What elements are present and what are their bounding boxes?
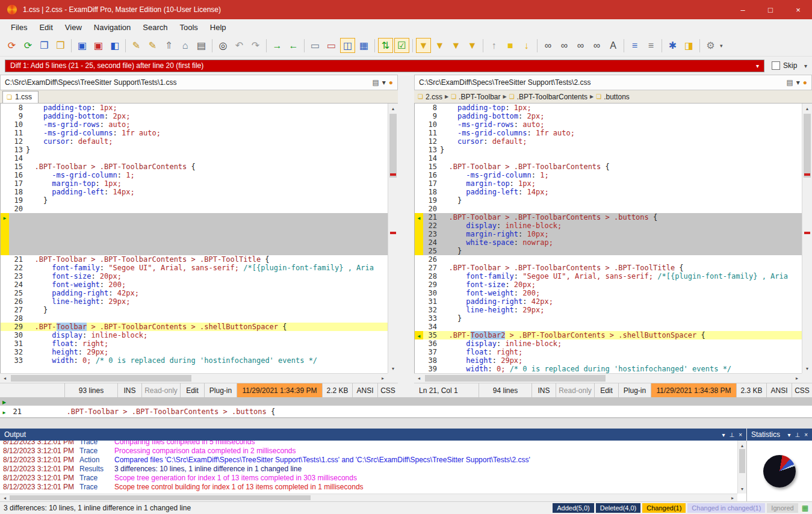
prev-mismatch-icon[interactable]: ← — [286, 38, 301, 53]
status-cell-2-2-kb[interactable]: 2.2 KB — [322, 383, 352, 397]
close-icon[interactable]: × — [804, 432, 808, 438]
output-log-row[interactable]: 8/12/2023 3:12:01 PMTraceProcessing comp… — [0, 447, 737, 456]
plugins-icon[interactable]: ✱ — [665, 38, 680, 53]
code-line-left-30[interactable]: 30 display: inline-block; — [1, 331, 397, 339]
status-cell-93-lines[interactable]: 93 lines — [64, 383, 117, 397]
code-line-left-15[interactable]: 15 .BPT-Toolbar > .BPT-ToolbarContents { — [1, 163, 397, 171]
open-file-pair-icon[interactable]: ❒ — [53, 38, 68, 53]
status-cell-edit[interactable]: Edit — [594, 383, 618, 397]
status-cell-ins[interactable]: INS — [117, 383, 141, 397]
export-diff-icon[interactable]: ⇑ — [161, 38, 176, 53]
badge-ignored[interactable]: Ignored — [767, 503, 798, 513]
find-prev-second-icon[interactable]: ∞ — [573, 38, 588, 53]
statistics-report-icon[interactable]: ≡ — [627, 38, 642, 53]
filter-deleted-icon[interactable]: ▼ — [448, 38, 463, 53]
find-next-first-icon[interactable]: ∞ — [557, 38, 572, 53]
save-second-file-icon[interactable]: ▣ — [91, 38, 106, 53]
plugin-options-icon[interactable]: ◨ — [681, 38, 696, 53]
code-line-left-33[interactable]: 33 width: 0; /* 0 is replaced during 'ho… — [1, 356, 397, 365]
code-line-right-28[interactable]: 28 font-family: "Segoe UI", Arial, sans-… — [415, 272, 811, 280]
statistics-panel-header[interactable]: Statistics ▾ ⊥ × — [746, 429, 812, 441]
output-log-row[interactable]: 8/12/2023 3:12:01 PMTraceComparing files… — [0, 441, 737, 447]
show-second-only-icon[interactable]: ▭ — [324, 38, 339, 53]
code-line-left-gap[interactable] — [1, 221, 397, 230]
minimize-button[interactable]: – — [729, 0, 757, 19]
code-line-right-31[interactable]: 31 padding-right: 42px; — [415, 297, 811, 306]
code-line-left-21[interactable]: 21 .BPT-Toolbar > .BPT-ToolbarContents >… — [1, 255, 397, 264]
code-line-right-21[interactable]: ◀21 .BPT-Toolbar > .BPT-ToolbarContents … — [415, 213, 811, 221]
code-line-right-16[interactable]: 16 -ms-grid-column: 1; — [415, 171, 811, 179]
status-cell-11-29-2021-1-34-38-pm[interactable]: 11/29/2021 1:34:38 PM — [651, 383, 736, 397]
pin-icon[interactable]: ⊥ — [795, 432, 800, 438]
menu-view[interactable]: View — [59, 20, 88, 34]
code-line-left-24[interactable]: 24 font-weight: 200; — [1, 280, 397, 289]
settings-icon[interactable]: ⚙ — [703, 38, 718, 53]
code-line-right-39[interactable]: 39 width: 0; /* 0 is replaced during 'ho… — [415, 365, 811, 373]
code-line-left-10[interactable]: 10 -ms-grid-rows: auto; — [1, 120, 397, 129]
scroll-right-icon[interactable]: ▸ — [792, 374, 802, 383]
status-cell-css[interactable]: CSS — [377, 383, 398, 397]
sync-scroll-icon[interactable]: ⇅ — [378, 38, 393, 53]
maximize-button[interactable]: □ — [757, 0, 784, 19]
output-log-row[interactable]: 8/12/2023 3:12:01 PMTraceScope tree cont… — [0, 483, 737, 492]
status-cell-2-3-kb[interactable]: 2.3 KB — [736, 383, 766, 397]
badge-added-5-0-[interactable]: Added(5,0) — [553, 503, 594, 513]
redo-icon[interactable]: ↷ — [248, 38, 263, 53]
print-icon[interactable]: ▤ — [194, 38, 209, 53]
code-line-right-19[interactable]: 19 } — [415, 196, 811, 205]
code-line-right-15[interactable]: 15 .BPT-Toolbar > .BPT-ToolbarContents { — [415, 163, 811, 171]
compare-swirl-icon[interactable]: ● — [803, 78, 807, 87]
code-line-left-20[interactable]: 20 — [1, 205, 397, 213]
menu-tools[interactable]: Tools — [173, 20, 203, 34]
find-next-second-icon[interactable]: ∞ — [589, 38, 604, 53]
show-first-only-icon[interactable]: ▭ — [308, 38, 323, 53]
code-line-right-25[interactable]: 25 } — [415, 247, 811, 255]
output-hscrollbar[interactable]: ◂ ▸ — [0, 494, 737, 501]
second-file-hscrollbar[interactable]: ◂ ▸ — [414, 373, 802, 383]
tab-1css[interactable]: ❏ 1.css — [2, 91, 39, 103]
breadcrumb-item[interactable]: ❏.buttons — [595, 93, 631, 101]
status-cell-11-29-2021-1-34-39-pm[interactable]: 11/29/2021 1:34:39 PM — [237, 383, 322, 397]
scroll-down-icon[interactable]: ▾ — [388, 364, 398, 373]
recompare-icon[interactable]: ⟳ — [20, 38, 36, 53]
snapshot-icon[interactable]: ⌂ — [178, 38, 193, 53]
code-line-left-29[interactable]: 29 .BPT-Toolbar > .BPT-ToolbarContents >… — [1, 323, 397, 331]
first-file-editor[interactable]: 8 padding-top: 1px;9 padding-bottom: 2px… — [0, 104, 398, 373]
edit-second-file-icon[interactable]: ✎ — [145, 38, 160, 53]
status-cell-css[interactable]: CSS — [792, 383, 812, 397]
code-line-left-23[interactable]: 23 font-size: 20px; — [1, 272, 397, 280]
code-line-right-23[interactable]: 23 margin-right: 10px; — [415, 230, 811, 238]
prev-diff-block-icon[interactable]: ↑ — [486, 38, 501, 53]
output-panel-header[interactable]: Output ▾ ⊥ × — [0, 429, 746, 441]
output-panel[interactable]: 8/12/2023 3:12:01 PMTraceComparing files… — [0, 441, 746, 501]
second-file-vscrollbar[interactable]: ▴ ▾ — [802, 104, 812, 373]
code-line-right-27[interactable]: 27 .BPT-Toolbar > .BPT-ToolbarContents >… — [415, 264, 811, 272]
chevron-down-icon[interactable]: ▾ — [787, 432, 790, 438]
scroll-left-icon[interactable]: ◂ — [0, 494, 10, 501]
badge-changed-in-changed-1-[interactable]: Changed in changed(1) — [687, 503, 765, 513]
edit-first-file-icon[interactable]: ✎ — [129, 38, 144, 53]
hscroll-thumb[interactable] — [425, 375, 606, 382]
next-diff-block-icon[interactable]: ↓ — [519, 38, 534, 53]
titlebar[interactable]: 1.css | 2.css - ExamDiff Pro, Master Edi… — [0, 0, 812, 19]
code-line-left-31[interactable]: 31 float: right; — [1, 339, 397, 348]
current-diff-selector[interactable]: Diff 1: Add 5 lines (21 - 25, second fil… — [5, 60, 764, 72]
code-line-left-18[interactable]: 18 padding-left: 14px; — [1, 188, 397, 196]
recompare-with-options-icon[interactable]: ❐ — [37, 38, 52, 53]
code-line-left-27[interactable]: 27 } — [1, 306, 397, 314]
breadcrumb-item[interactable]: ❏.BPT-ToolbarContents — [508, 93, 589, 101]
output-log-row[interactable]: 8/12/2023 3:12:01 PMTraceScope tree gene… — [0, 474, 737, 483]
filter-changed-icon[interactable]: ▼ — [465, 38, 480, 53]
next-mismatch-icon[interactable]: → — [270, 38, 285, 53]
current-diff-second-file-row[interactable]: ▶ 21 .BPT-Toolbar > .BPT-ToolbarContents… — [0, 406, 812, 418]
status-cell-ansi[interactable]: ANSI — [766, 383, 792, 397]
table-view-icon[interactable]: ▦ — [356, 38, 371, 53]
status-cell-plug-in[interactable]: Plug-in — [204, 383, 237, 397]
code-line-right-18[interactable]: 18 padding-left: 14px; — [415, 188, 811, 196]
current-diff-block-icon[interactable]: ■ — [503, 38, 518, 53]
filter-added-icon[interactable]: ▼ — [432, 38, 447, 53]
scroll-up-icon[interactable]: ▴ — [802, 104, 812, 113]
code-line-right-13[interactable]: 13} — [415, 146, 811, 154]
status-cell-edit[interactable]: Edit — [180, 383, 204, 397]
panel-splitter[interactable] — [0, 418, 812, 429]
